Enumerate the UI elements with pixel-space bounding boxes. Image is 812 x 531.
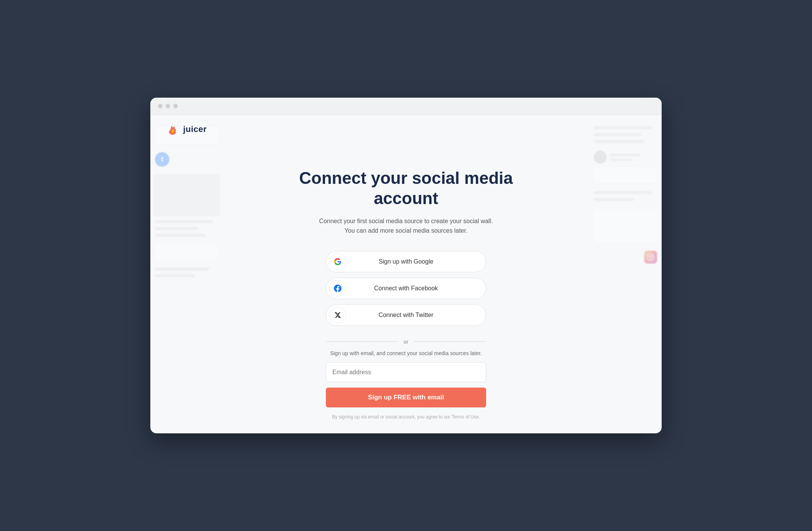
- main-content: Connect your social media account Connec…: [272, 115, 540, 433]
- dec-bar-right-5: [594, 198, 634, 201]
- email-section-note: Sign up with email, and connect your soc…: [326, 350, 486, 356]
- dec-bar-right-3: [594, 140, 644, 143]
- dec-bar-right-4: [594, 191, 652, 194]
- svg-rect-0: [648, 254, 654, 260]
- twitter-connect-button[interactable]: Connect with Twitter: [326, 304, 486, 326]
- logo-area: juicer: [166, 122, 207, 136]
- juicer-logo-icon: [166, 122, 179, 136]
- browser-toolbar: [150, 98, 662, 115]
- dec-card-left-2: [155, 245, 218, 260]
- dec-bar-3: [155, 234, 206, 237]
- dec-ig-icon-right: [644, 251, 657, 264]
- facebook-button-label: Connect with Facebook: [346, 285, 486, 292]
- divider-row: or: [326, 339, 486, 345]
- google-button-label: Sign up with Google: [346, 258, 486, 265]
- dec-avatar-right: [594, 151, 607, 164]
- twitter-button-label: Connect with Twitter: [346, 312, 486, 319]
- facebook-icon: [329, 280, 346, 297]
- signup-email-button[interactable]: Sign up FREE with email: [326, 388, 486, 407]
- facebook-connect-button[interactable]: Connect with Facebook: [326, 278, 486, 299]
- browser-dot-green: [173, 104, 178, 108]
- svg-point-2: [652, 255, 652, 256]
- dec-handle-right: [610, 158, 633, 161]
- browser-content: f: [150, 115, 662, 431]
- dec-bar-right-1: [594, 126, 652, 129]
- dec-img-left: [153, 174, 220, 216]
- svg-point-1: [649, 256, 652, 258]
- twitter-x-logo-svg: [334, 312, 341, 319]
- bg-decoration-left: f: [150, 115, 223, 431]
- dec-bar-right-2: [594, 133, 641, 136]
- dec-card-right-2: [594, 209, 657, 243]
- terms-text: By signing up via email or social accoun…: [332, 414, 480, 420]
- page-subtitle: Connect your first social media source t…: [319, 216, 493, 236]
- dec-fb-icon-left: f: [155, 152, 169, 167]
- google-icon: [329, 253, 346, 270]
- google-signup-button[interactable]: Sign up with Google: [326, 251, 486, 272]
- page-title: Connect your social media account: [280, 168, 532, 209]
- browser-dot-red: [158, 104, 163, 108]
- bg-decoration-right: [589, 115, 662, 431]
- browser-dot-yellow: [166, 104, 170, 108]
- facebook-logo-svg: [334, 285, 342, 292]
- instagram-icon: [647, 254, 654, 261]
- twitter-icon: [329, 307, 346, 323]
- divider-line-right: [414, 341, 486, 342]
- google-logo-svg: [334, 258, 342, 266]
- browser-window: f: [150, 98, 662, 433]
- dec-card-right-1: [594, 167, 657, 183]
- dec-bar-1: [155, 220, 213, 223]
- email-input[interactable]: [326, 362, 486, 382]
- divider-text: or: [404, 339, 408, 345]
- dec-bar-2: [155, 227, 198, 230]
- dec-name-right: [610, 154, 640, 156]
- divider-line-left: [326, 341, 398, 342]
- logo-text: juicer: [183, 124, 207, 134]
- dec-bar-5: [155, 274, 195, 277]
- dec-bar-4: [155, 267, 209, 270]
